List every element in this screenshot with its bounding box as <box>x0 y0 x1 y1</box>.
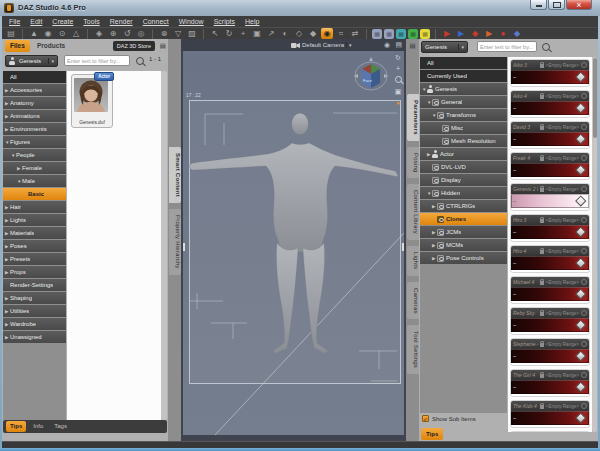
joint-editor-icon[interactable]: ◐ <box>279 28 291 39</box>
pointer-tool-icon[interactable]: ↖ <box>209 28 221 39</box>
category-materials[interactable]: ▶Materials <box>3 227 66 239</box>
tab-products[interactable]: Products <box>37 40 65 52</box>
parameter-slider-track[interactable]: − <box>511 411 589 425</box>
dock-tab-posing[interactable]: Posing <box>407 147 419 179</box>
parameter-slider-track[interactable]: − <box>511 132 589 146</box>
dock-tab-cameras[interactable]: Cameras <box>407 282 419 320</box>
filter-input[interactable] <box>64 55 130 66</box>
dock-tab-tool-settings[interactable]: Tool Settings <box>407 325 419 374</box>
category-female[interactable]: ▶Female <box>3 162 66 174</box>
restore-icon[interactable]: ▽ <box>172 28 184 39</box>
render-settings-pane-icon[interactable]: ▦ <box>420 29 430 39</box>
category-all[interactable]: All <box>3 71 66 83</box>
parameter-slider-track[interactable]: − <box>511 287 589 301</box>
parameter-slider-track[interactable]: − <box>511 225 589 239</box>
category-unassigned[interactable]: ▶Unassigned <box>3 331 66 343</box>
gear-icon[interactable] <box>581 124 587 130</box>
slider-handle[interactable] <box>575 195 586 206</box>
active-pose-tool-icon[interactable]: ↗ <box>265 28 277 39</box>
search-icon[interactable] <box>136 57 144 65</box>
menu-edit[interactable]: Edit <box>25 18 47 25</box>
gear-icon[interactable] <box>581 62 587 68</box>
pin-icon[interactable]: ◎ <box>135 28 147 39</box>
category-anatomy[interactable]: ▶Anatomy <box>3 97 66 109</box>
parameter-slider-track[interactable]: − <box>511 318 589 332</box>
new-file-icon[interactable]: ▤ <box>5 28 17 39</box>
slider-handle[interactable] <box>575 288 586 299</box>
parameter-slider-track[interactable]: − <box>511 70 589 84</box>
scrollbar[interactable] <box>161 71 167 420</box>
aspect-frame-icon[interactable]: ● <box>393 99 403 107</box>
render-album-icon[interactable]: ▶ <box>455 28 467 39</box>
node-selection-icon[interactable]: ▲ <box>28 28 40 39</box>
render-stop-icon[interactable]: ● <box>497 28 509 39</box>
category-accessories[interactable]: ▶Accessories <box>3 84 66 96</box>
gear-icon[interactable] <box>581 93 587 99</box>
gear-icon[interactable] <box>581 155 587 161</box>
root-node-icon[interactable]: ◉ <box>42 28 54 39</box>
animate-icon[interactable]: ≈ <box>335 28 347 39</box>
fit-to-icon[interactable]: ◈ <box>93 28 105 39</box>
slider-handle[interactable] <box>575 257 586 268</box>
menu-scripts[interactable]: Scripts <box>209 18 240 25</box>
view-cube[interactable]: Face <box>352 55 392 95</box>
maximize-button[interactable] <box>548 0 565 10</box>
parameters-pane-icon[interactable]: ▦ <box>408 29 418 39</box>
tab-tips[interactable]: Tips <box>6 421 26 432</box>
content-library-pane-icon[interactable]: ▦ <box>396 29 406 39</box>
splitter-handle[interactable] <box>183 243 185 251</box>
tree-item-mcms[interactable]: ▶MCMs <box>420 239 507 251</box>
content-item-genesis[interactable]: Actor Genesis.duf <box>71 74 113 128</box>
parameter-slider-track[interactable]: − <box>511 380 589 394</box>
search-icon[interactable] <box>542 43 550 51</box>
category-lights[interactable]: ▶Lights <box>3 214 66 226</box>
tree-item-all[interactable]: All <box>420 57 507 69</box>
slider-handle[interactable] <box>575 133 586 144</box>
parameter-slider-track[interactable]: − <box>511 256 589 270</box>
gear-icon[interactable] <box>581 403 587 409</box>
category-male[interactable]: ▼Male <box>3 175 66 187</box>
category-environments[interactable]: ▶Environments <box>3 123 66 135</box>
hierarchy-icon[interactable]: △ <box>70 28 82 39</box>
tree-item-misc[interactable]: Misc <box>420 122 507 134</box>
minimize-button[interactable] <box>530 0 547 10</box>
category-figures[interactable]: ▼Figures <box>3 136 66 148</box>
tree-item-mesh-resolution[interactable]: Mesh Resolution <box>420 135 507 147</box>
splitter-handle[interactable] <box>402 243 404 251</box>
frame-icon[interactable]: ▣ <box>393 88 403 96</box>
parameter-slider-track[interactable]: − <box>511 349 589 363</box>
scrollbar[interactable] <box>592 57 597 432</box>
tree-item-dvl-lvd[interactable]: DVL-LVD <box>420 161 507 173</box>
tree-item-currently-used[interactable]: Currently Used <box>420 70 507 82</box>
tree-item-genesis[interactable]: ▼Genesis <box>420 83 507 95</box>
tree-item-clones[interactable]: Clones <box>420 213 507 225</box>
tree-item-actor[interactable]: ▶Actor <box>420 148 507 160</box>
puppeteer-icon[interactable]: ⇄ <box>349 28 361 39</box>
slider-handle[interactable] <box>575 226 586 237</box>
category-shaping[interactable]: ▶Shaping <box>3 292 66 304</box>
close-button[interactable] <box>566 0 592 10</box>
scene-view[interactable]: 17 : 22 <box>183 51 404 435</box>
tab-info[interactable]: Info <box>29 421 47 432</box>
menu-connect[interactable]: Connect <box>138 18 174 25</box>
node-list-icon[interactable]: ⊙ <box>56 28 68 39</box>
add-node-icon[interactable]: ⊕ <box>107 28 119 39</box>
gear-icon[interactable] <box>581 248 587 254</box>
show-sub-items[interactable]: ✓ Show Sub Items <box>422 415 476 422</box>
category-wardrobe[interactable]: ▶Wardrobe <box>3 318 66 330</box>
category-props[interactable]: ▶Props <box>3 266 66 278</box>
parameter-slider-track[interactable]: − <box>511 163 589 177</box>
dock-tab-property-hierarchy[interactable]: Property Hierarchy <box>169 209 181 275</box>
category-hair[interactable]: ▶Hair <box>3 201 66 213</box>
category-utilities[interactable]: ▶Utilities <box>3 305 66 317</box>
smart-content-pane-icon[interactable]: ▦ <box>384 29 394 39</box>
dock-tab-lights[interactable]: Lights <box>407 246 419 275</box>
slider-handle[interactable] <box>575 319 586 330</box>
render-editor-icon[interactable]: ◆ <box>469 28 481 39</box>
category-animations[interactable]: ▶Animations <box>3 110 66 122</box>
gear-icon[interactable] <box>581 186 587 192</box>
pan-icon[interactable]: + <box>393 65 403 73</box>
tree-item-hidden[interactable]: ▼Hidden <box>420 187 507 199</box>
geometry-editor-icon[interactable]: ◇ <box>293 28 305 39</box>
parameter-slider-track[interactable]: − <box>511 101 589 115</box>
